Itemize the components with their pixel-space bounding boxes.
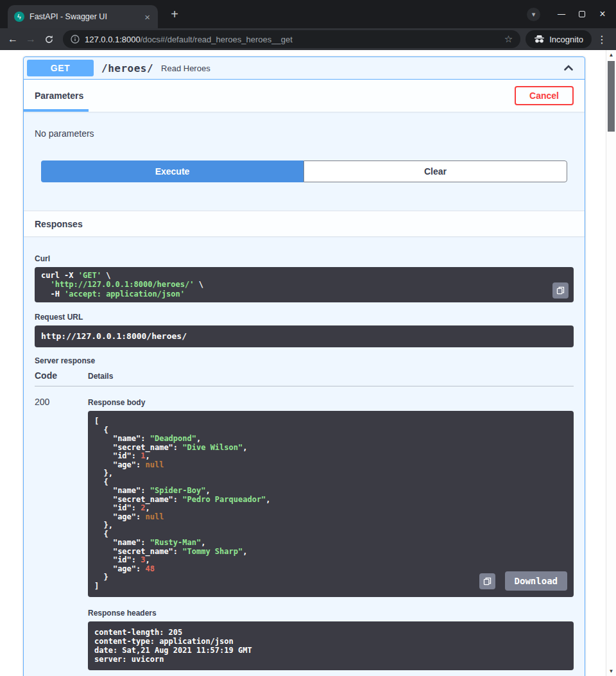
opblock-get-heroes: GET /heroes/ Read Heroes Parameters Canc…	[23, 56, 585, 676]
execute-button-group: Execute Clear	[24, 139, 585, 211]
page-info-icon[interactable]	[71, 35, 80, 44]
copy-curl-button[interactable]	[552, 282, 569, 299]
response-body-controls: Download	[479, 571, 567, 591]
window-close-button[interactable]: ×	[594, 0, 611, 28]
method-badge[interactable]: GET	[27, 60, 94, 76]
browser-menu-button[interactable]: ⋮	[592, 33, 612, 46]
responses-section-title: Responses	[24, 211, 585, 236]
curl-command-code[interactable]: curl -X 'GET' \ 'http://127.0.0.1:8000/h…	[41, 271, 567, 299]
tab-strip: ϟ FastAPI - Swagger UI × + ▾ — ×	[0, 0, 616, 28]
page-content: GET /heroes/ Read Heroes Parameters Canc…	[0, 50, 606, 676]
server-response-label: Server response	[35, 356, 574, 365]
scrollbar-thumb[interactable]	[608, 61, 615, 132]
scrollbar-up-arrow[interactable]: ▲	[606, 52, 616, 58]
new-tab-button[interactable]: +	[167, 7, 182, 22]
request-url-label: Request URL	[35, 313, 574, 322]
request-url-value: http://127.0.0.1:8000/heroes/	[41, 331, 567, 342]
parameters-section-header: Parameters Cancel	[24, 80, 585, 112]
url-path: /docs#/default/read_heroes_heroes__get	[141, 35, 293, 44]
back-button[interactable]: ←	[4, 33, 22, 45]
collapse-arrow-button[interactable]	[562, 62, 575, 74]
reload-icon	[44, 35, 54, 44]
operation-summary: Read Heroes	[161, 64, 210, 73]
reload-button[interactable]	[40, 35, 58, 44]
response-body-block[interactable]: [ { "name": "Deadpond", "secret_name": "…	[88, 411, 574, 597]
tab-title: FastAPI - Swagger UI	[30, 12, 138, 21]
request-url-block: http://127.0.0.1:8000/heroes/	[35, 325, 574, 347]
server-response-table: Code Details 200 Response body [ { "name…	[35, 370, 574, 670]
maximize-icon	[579, 11, 585, 17]
execute-button[interactable]: Execute	[41, 160, 304, 182]
copy-icon	[556, 286, 565, 295]
response-headers-block: content-length: 205 content-type: applic…	[88, 621, 574, 670]
response-body-label: Response body	[88, 398, 574, 407]
no-parameters-text: No parameters	[24, 112, 585, 139]
download-button[interactable]: Download	[505, 571, 567, 591]
page-scrollbar[interactable]: ▲ ▼	[606, 50, 616, 676]
clear-button[interactable]: Clear	[304, 160, 567, 182]
response-table-header: Code Details	[35, 370, 574, 386]
forward-button[interactable]: →	[22, 33, 40, 45]
incognito-badge: Incognito	[526, 30, 592, 48]
copy-icon	[483, 577, 492, 585]
url-text: 127.0.0.1:8000/docs#/default/read_heroes…	[85, 35, 293, 44]
minimize-button[interactable]: —	[553, 0, 570, 28]
response-row-200: 200 Response body [ { "name": "Deadpond"…	[35, 386, 574, 670]
maximize-button[interactable]	[574, 0, 590, 28]
chevron-up-icon	[562, 62, 575, 74]
operation-summary-header[interactable]: GET /heroes/ Read Heroes	[24, 57, 585, 80]
copy-response-button[interactable]	[479, 573, 495, 589]
incognito-label: Incognito	[549, 35, 583, 44]
browser-tab[interactable]: ϟ FastAPI - Swagger UI ×	[8, 5, 158, 28]
scrollbar-down-arrow[interactable]: ▼	[606, 668, 616, 674]
cancel-button[interactable]: Cancel	[515, 86, 574, 105]
address-bar[interactable]: 127.0.0.1:8000/docs#/default/read_heroes…	[63, 30, 520, 48]
tab-close-icon[interactable]: ×	[143, 12, 151, 22]
incognito-icon	[534, 35, 545, 44]
url-host: 127.0.0.1:8000	[85, 35, 141, 44]
response-headers-code: content-length: 205 content-type: applic…	[94, 628, 567, 664]
response-headers-label: Response headers	[88, 609, 574, 618]
operation-path: /heroes/	[101, 62, 153, 74]
status-code: 200	[35, 397, 88, 670]
curl-label: Curl	[35, 254, 574, 263]
browser-toolbar: ← → 127.0.0.1:8000/docs#/default/read_he…	[0, 28, 616, 50]
code-column-header: Code	[35, 370, 88, 381]
bookmark-star-icon[interactable]: ☆	[504, 33, 513, 45]
tab-search-button[interactable]: ▾	[527, 8, 540, 21]
details-column-header: Details	[88, 372, 113, 381]
responses-section: Curl curl -X 'GET' \ 'http://127.0.0.1:8…	[24, 236, 585, 676]
tab-parameters: Parameters	[24, 80, 89, 112]
curl-command[interactable]: curl -X 'GET' \ 'http://127.0.0.1:8000/h…	[35, 267, 574, 302]
response-details: Response body [ { "name": "Deadpond", "s…	[88, 397, 574, 670]
fastapi-favicon-icon: ϟ	[14, 12, 24, 22]
response-body-code[interactable]: [ { "name": "Deadpond", "secret_name": "…	[94, 417, 567, 591]
